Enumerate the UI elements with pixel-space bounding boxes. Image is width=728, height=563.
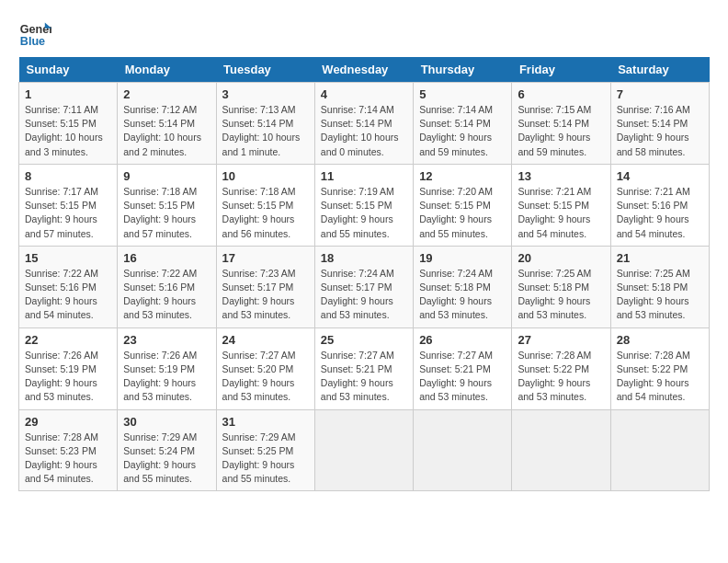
calendar-cell: 1Sunrise: 7:11 AM Sunset: 5:15 PM Daylig… [19, 83, 118, 165]
day-number: 31 [222, 415, 309, 429]
day-number: 3 [222, 87, 309, 101]
day-info: Sunrise: 7:22 AM Sunset: 5:16 PM Dayligh… [123, 267, 210, 323]
day-number: 9 [123, 169, 210, 183]
calendar-cell: 28Sunrise: 7:28 AM Sunset: 5:22 PM Dayli… [610, 327, 709, 409]
calendar-cell: 15Sunrise: 7:22 AM Sunset: 5:16 PM Dayli… [19, 246, 118, 327]
day-info: Sunrise: 7:16 AM Sunset: 5:14 PM Dayligh… [617, 103, 703, 159]
calendar-cell [512, 409, 610, 491]
calendar-cell: 11Sunrise: 7:19 AM Sunset: 5:15 PM Dayli… [314, 164, 413, 246]
calendar-cell: 16Sunrise: 7:22 AM Sunset: 5:16 PM Dayli… [118, 246, 216, 327]
day-info: Sunrise: 7:29 AM Sunset: 5:24 PM Dayligh… [123, 431, 210, 487]
calendar-cell: 13Sunrise: 7:21 AM Sunset: 5:15 PM Dayli… [512, 164, 610, 246]
day-number: 13 [518, 169, 604, 183]
day-number: 1 [25, 87, 111, 101]
day-info: Sunrise: 7:26 AM Sunset: 5:19 PM Dayligh… [123, 349, 210, 405]
calendar-cell: 20Sunrise: 7:25 AM Sunset: 5:18 PM Dayli… [512, 246, 610, 327]
day-number: 18 [321, 251, 407, 265]
day-number: 2 [123, 87, 210, 101]
day-info: Sunrise: 7:11 AM Sunset: 5:15 PM Dayligh… [25, 103, 111, 159]
day-info: Sunrise: 7:24 AM Sunset: 5:18 PM Dayligh… [419, 267, 506, 323]
day-number: 19 [419, 251, 506, 265]
header-sunday: Sunday [19, 57, 118, 83]
day-number: 5 [419, 87, 506, 101]
day-number: 26 [419, 333, 506, 347]
day-info: Sunrise: 7:23 AM Sunset: 5:17 PM Dayligh… [222, 267, 309, 323]
header-tuesday: Tuesday [216, 57, 314, 83]
day-number: 20 [518, 251, 604, 265]
calendar-week-3: 15Sunrise: 7:22 AM Sunset: 5:16 PM Dayli… [19, 246, 710, 327]
day-info: Sunrise: 7:24 AM Sunset: 5:17 PM Dayligh… [321, 267, 407, 323]
day-number: 24 [222, 333, 309, 347]
calendar-cell: 26Sunrise: 7:27 AM Sunset: 5:21 PM Dayli… [414, 327, 512, 409]
calendar-week-1: 1Sunrise: 7:11 AM Sunset: 5:15 PM Daylig… [19, 83, 710, 165]
day-info: Sunrise: 7:27 AM Sunset: 5:20 PM Dayligh… [222, 349, 309, 405]
calendar-cell: 22Sunrise: 7:26 AM Sunset: 5:19 PM Dayli… [19, 327, 118, 409]
svg-text:Blue: Blue [20, 35, 45, 48]
calendar-header-row: SundayMondayTuesdayWednesdayThursdayFrid… [19, 57, 710, 83]
calendar-week-2: 8Sunrise: 7:17 AM Sunset: 5:15 PM Daylig… [19, 164, 710, 246]
calendar-cell: 10Sunrise: 7:18 AM Sunset: 5:15 PM Dayli… [216, 164, 314, 246]
calendar-cell [414, 409, 512, 491]
calendar-cell: 21Sunrise: 7:25 AM Sunset: 5:18 PM Dayli… [610, 246, 709, 327]
calendar-cell: 8Sunrise: 7:17 AM Sunset: 5:15 PM Daylig… [19, 164, 118, 246]
calendar-cell: 19Sunrise: 7:24 AM Sunset: 5:18 PM Dayli… [414, 246, 512, 327]
day-info: Sunrise: 7:12 AM Sunset: 5:14 PM Dayligh… [123, 103, 210, 159]
calendar-cell: 31Sunrise: 7:29 AM Sunset: 5:25 PM Dayli… [216, 409, 314, 491]
day-info: Sunrise: 7:25 AM Sunset: 5:18 PM Dayligh… [617, 267, 703, 323]
day-number: 10 [222, 169, 309, 183]
calendar-cell: 7Sunrise: 7:16 AM Sunset: 5:14 PM Daylig… [610, 83, 709, 165]
calendar-cell: 30Sunrise: 7:29 AM Sunset: 5:24 PM Dayli… [118, 409, 216, 491]
calendar-cell: 6Sunrise: 7:15 AM Sunset: 5:14 PM Daylig… [512, 83, 610, 165]
header-friday: Friday [512, 57, 610, 83]
calendar-cell: 9Sunrise: 7:18 AM Sunset: 5:15 PM Daylig… [118, 164, 216, 246]
header-wednesday: Wednesday [314, 57, 413, 83]
day-info: Sunrise: 7:19 AM Sunset: 5:15 PM Dayligh… [321, 185, 407, 241]
page-header: General Blue [18, 18, 710, 52]
day-number: 11 [321, 169, 407, 183]
calendar-table: SundayMondayTuesdayWednesdayThursdayFrid… [18, 57, 710, 491]
day-number: 12 [419, 169, 506, 183]
calendar-week-4: 22Sunrise: 7:26 AM Sunset: 5:19 PM Dayli… [19, 327, 710, 409]
calendar-cell [314, 409, 413, 491]
day-number: 27 [518, 333, 604, 347]
day-info: Sunrise: 7:22 AM Sunset: 5:16 PM Dayligh… [25, 267, 111, 323]
calendar-cell: 29Sunrise: 7:28 AM Sunset: 5:23 PM Dayli… [19, 409, 118, 491]
calendar-cell: 12Sunrise: 7:20 AM Sunset: 5:15 PM Dayli… [414, 164, 512, 246]
calendar-cell: 24Sunrise: 7:27 AM Sunset: 5:20 PM Dayli… [216, 327, 314, 409]
logo-icon: General Blue [18, 18, 51, 52]
day-number: 17 [222, 251, 309, 265]
day-number: 22 [25, 333, 111, 347]
calendar-cell: 3Sunrise: 7:13 AM Sunset: 5:14 PM Daylig… [216, 83, 314, 165]
day-number: 15 [25, 251, 111, 265]
calendar-cell: 17Sunrise: 7:23 AM Sunset: 5:17 PM Dayli… [216, 246, 314, 327]
day-info: Sunrise: 7:18 AM Sunset: 5:15 PM Dayligh… [222, 185, 309, 241]
day-number: 7 [617, 87, 703, 101]
day-info: Sunrise: 7:27 AM Sunset: 5:21 PM Dayligh… [321, 349, 407, 405]
calendar-cell: 2Sunrise: 7:12 AM Sunset: 5:14 PM Daylig… [118, 83, 216, 165]
day-number: 6 [518, 87, 604, 101]
day-info: Sunrise: 7:21 AM Sunset: 5:16 PM Dayligh… [617, 185, 703, 241]
day-info: Sunrise: 7:17 AM Sunset: 5:15 PM Dayligh… [25, 185, 111, 241]
calendar-week-5: 29Sunrise: 7:28 AM Sunset: 5:23 PM Dayli… [19, 409, 710, 491]
day-number: 29 [25, 415, 111, 429]
calendar-cell: 14Sunrise: 7:21 AM Sunset: 5:16 PM Dayli… [610, 164, 709, 246]
day-number: 4 [321, 87, 407, 101]
day-info: Sunrise: 7:29 AM Sunset: 5:25 PM Dayligh… [222, 431, 309, 487]
day-info: Sunrise: 7:15 AM Sunset: 5:14 PM Dayligh… [518, 103, 604, 159]
day-info: Sunrise: 7:14 AM Sunset: 5:14 PM Dayligh… [419, 103, 506, 159]
calendar-cell: 4Sunrise: 7:14 AM Sunset: 5:14 PM Daylig… [314, 83, 413, 165]
day-info: Sunrise: 7:27 AM Sunset: 5:21 PM Dayligh… [419, 349, 506, 405]
day-number: 8 [25, 169, 111, 183]
day-info: Sunrise: 7:25 AM Sunset: 5:18 PM Dayligh… [518, 267, 604, 323]
calendar-cell: 27Sunrise: 7:28 AM Sunset: 5:22 PM Dayli… [512, 327, 610, 409]
header-saturday: Saturday [610, 57, 709, 83]
logo: General Blue [18, 18, 55, 52]
day-number: 14 [617, 169, 703, 183]
day-info: Sunrise: 7:28 AM Sunset: 5:22 PM Dayligh… [617, 349, 703, 405]
calendar-cell: 25Sunrise: 7:27 AM Sunset: 5:21 PM Dayli… [314, 327, 413, 409]
day-info: Sunrise: 7:14 AM Sunset: 5:14 PM Dayligh… [321, 103, 407, 159]
calendar-cell: 23Sunrise: 7:26 AM Sunset: 5:19 PM Dayli… [118, 327, 216, 409]
calendar-cell: 5Sunrise: 7:14 AM Sunset: 5:14 PM Daylig… [414, 83, 512, 165]
day-info: Sunrise: 7:18 AM Sunset: 5:15 PM Dayligh… [123, 185, 210, 241]
day-number: 30 [123, 415, 210, 429]
